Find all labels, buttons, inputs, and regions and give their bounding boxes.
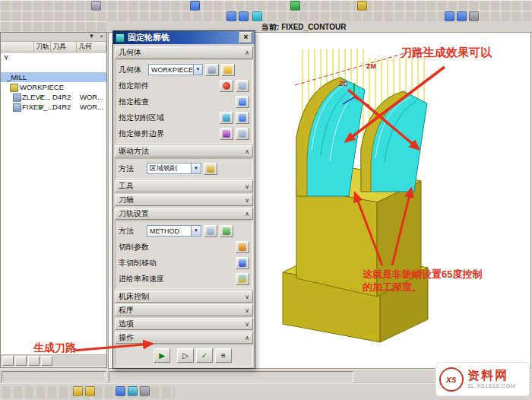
toolbar-icon[interactable] <box>128 386 138 396</box>
list-button[interactable]: ≡ <box>215 348 232 363</box>
cube-icon[interactable] <box>252 11 262 21</box>
annotation-depth-line2: 的加工深度。 <box>363 281 422 293</box>
specify-trim-button[interactable] <box>220 128 233 140</box>
specify-cut-area-button[interactable] <box>220 112 233 124</box>
cube-icon[interactable] <box>457 11 467 21</box>
wrench-icon[interactable] <box>204 225 217 237</box>
toolbar-icon[interactable] <box>116 386 125 396</box>
method-label: 方法 <box>119 226 134 237</box>
chevron-down-icon[interactable]: ∨ <box>245 307 249 314</box>
cube-icon[interactable] <box>445 11 454 21</box>
chevron-up-icon[interactable]: ∧ <box>245 211 249 217</box>
feeds-speeds-button[interactable] <box>236 273 249 285</box>
section-tool-axis[interactable]: 刀轴 ∨ <box>115 194 253 206</box>
navigator-columns: 刀轨 刀具 几何 <box>1 42 106 52</box>
chevron-down-icon[interactable]: ∨ <box>245 294 249 300</box>
section-path-settings[interactable]: 刀轨设置 ∧ <box>115 208 253 220</box>
section-label: 几何体 <box>119 47 141 58</box>
actions-group: ▶ ▷ ✓ ≡ <box>115 344 253 367</box>
tree-row[interactable]: Y <box>1 52 106 62</box>
nav-button[interactable] <box>2 356 14 366</box>
model-3d[interactable]: ZM ZC <box>255 32 530 367</box>
cube-icon[interactable] <box>469 11 479 21</box>
folder-icon[interactable] <box>85 386 95 396</box>
annotation-depth: 这就是非陡峭设置65度控制 的加工深度。 <box>363 268 526 294</box>
tree-row-empty[interactable] <box>1 62 106 72</box>
chevron-down-icon[interactable]: ▼ <box>87 33 96 40</box>
display-trim-button[interactable] <box>236 128 249 140</box>
close-icon[interactable]: × <box>97 33 106 40</box>
tree-row[interactable]: WORKPIECE <box>1 82 106 92</box>
chevron-down-icon[interactable]: ▼ <box>191 163 201 173</box>
chevron-up-icon[interactable]: ∧ <box>245 335 249 341</box>
calculator-icon[interactable] <box>220 225 233 237</box>
column-name[interactable] <box>1 42 34 52</box>
display-part-button[interactable] <box>236 80 249 92</box>
column-tool[interactable]: 刀具 <box>51 42 77 52</box>
select-geometry-button[interactable] <box>205 64 219 76</box>
geometry-select[interactable]: WORKPIECE ▼ <box>148 64 203 75</box>
drive-method-value: 区域铣削 <box>150 163 177 173</box>
verify-button[interactable]: ✓ <box>196 348 213 363</box>
display-cut-area-button[interactable] <box>236 112 249 124</box>
tree-row-tool: D4R2 <box>52 102 71 112</box>
toolbar-row-3-icons <box>0 21 106 33</box>
nav-button[interactable] <box>28 356 40 366</box>
cube-icon[interactable] <box>226 11 236 21</box>
tree-row[interactable]: ZLEVE... ✔ D4R2 WOR... <box>1 92 106 102</box>
replay-button[interactable]: ▷ <box>177 348 194 363</box>
geometry-group: 几何体 WORKPIECE ▼ 指定部件 指定检查 指定切削区域 <box>115 59 253 144</box>
cube-icon[interactable] <box>239 11 249 21</box>
section-machine-control[interactable]: 机床控制 ∨ <box>115 290 253 303</box>
toolbar-icon[interactable] <box>190 1 200 11</box>
toolbar-icon[interactable] <box>357 1 367 11</box>
dialog-title: 固定轮廓铣 <box>128 32 169 43</box>
specify-cut-area-label: 指定切削区域 <box>119 113 164 123</box>
nav-button[interactable] <box>15 356 27 366</box>
toolbar-icon[interactable] <box>290 1 300 11</box>
toolbar-row-1 <box>0 0 532 11</box>
tree-row[interactable]: FIXED_... ✔ D4R2 WOR... <box>1 102 106 112</box>
section-geometry[interactable]: 几何体 ∧ <box>115 46 253 59</box>
edit-drive-method-button[interactable] <box>204 163 217 175</box>
section-drive-method[interactable]: 驱动方法 ∧ <box>115 145 253 157</box>
geometry-label: 几何体 <box>119 65 141 75</box>
section-tool[interactable]: 工具 ∨ <box>115 180 253 192</box>
chevron-down-icon[interactable]: ▼ <box>193 65 202 75</box>
section-options[interactable]: 选项 ∨ <box>115 318 253 330</box>
current-value: FIXED_CONTOUR <box>281 23 346 31</box>
section-actions[interactable]: 操作 ∧ <box>115 332 253 344</box>
watermark: xs 资料网 ZL.XS1616.COM <box>436 363 529 395</box>
chevron-down-icon[interactable]: ∨ <box>245 183 249 190</box>
specify-check-button[interactable] <box>236 96 249 108</box>
section-label: 操作 <box>119 332 134 343</box>
nav-button[interactable] <box>41 356 52 366</box>
specify-part-button[interactable] <box>220 80 233 92</box>
tree-row[interactable]: _MILL <box>1 72 106 82</box>
non-cutting-moves-button[interactable] <box>236 257 249 269</box>
folder-icon[interactable] <box>73 386 83 396</box>
generate-button[interactable]: ▶ <box>154 348 170 363</box>
chevron-down-icon[interactable]: ∨ <box>245 197 249 204</box>
dialog-titlebar[interactable]: 固定轮廓铣 × <box>113 31 255 44</box>
chevron-up-icon[interactable]: ∧ <box>245 49 249 56</box>
section-program[interactable]: 程序 ∨ <box>115 304 253 316</box>
column-path[interactable]: 刀轨 <box>34 42 51 52</box>
close-icon[interactable]: × <box>239 32 252 43</box>
tree-row-name: _MILL <box>7 72 27 82</box>
annotation-result: 刀路生成效果可以 <box>401 46 492 60</box>
column-geometry[interactable]: 几何 <box>77 42 106 52</box>
zc-label: ZC <box>339 80 348 87</box>
new-geometry-button[interactable] <box>221 64 235 76</box>
toolbar-icon[interactable] <box>140 386 150 396</box>
drive-method-select[interactable]: 区域铣削 ▼ <box>147 163 201 174</box>
status-check: ✔ <box>39 102 45 112</box>
chevron-down-icon[interactable]: ∨ <box>245 321 249 328</box>
cutting-params-button[interactable] <box>236 241 249 253</box>
chevron-up-icon[interactable]: ∧ <box>245 148 249 155</box>
section-label: 选项 <box>119 319 134 329</box>
chevron-down-icon[interactable]: ▼ <box>191 226 201 236</box>
toolbar-icon[interactable] <box>91 1 101 11</box>
section-label: 程序 <box>119 305 134 316</box>
method-select[interactable]: METHOD ▼ <box>147 225 201 237</box>
